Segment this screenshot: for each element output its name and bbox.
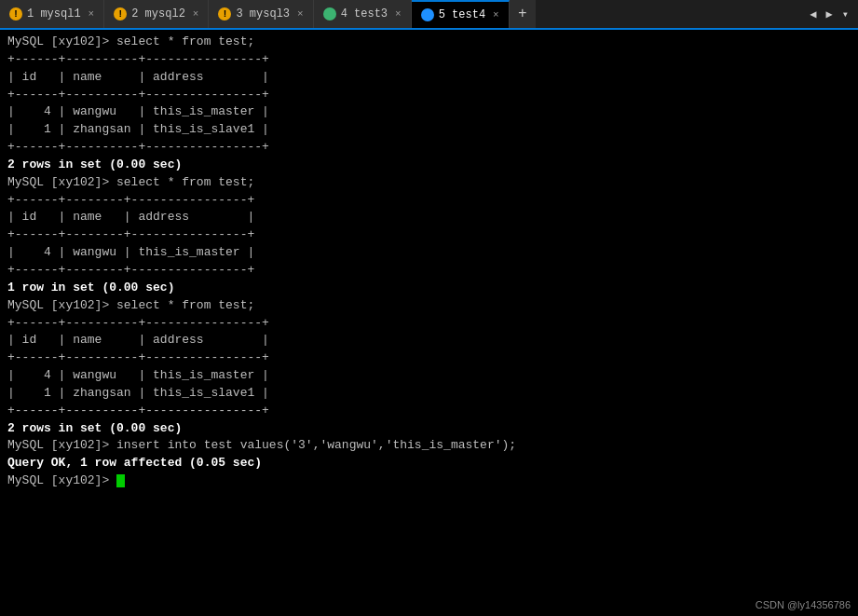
tab-5[interactable]: 5 test4× — [412, 0, 510, 28]
terminal-line-26: MySQL [xy102]> insert into test values('… — [7, 437, 851, 455]
terminal-line-7: 2 rows in set (0.00 sec) — [7, 157, 851, 174]
tab-icon-5 — [421, 8, 434, 21]
terminal-line-17: MySQL [xy102]> select * from test; — [7, 297, 851, 315]
tab-icon-1: ! — [9, 7, 22, 21]
tab-3[interactable]: !3 mysql3× — [209, 0, 313, 28]
terminal-cursor — [116, 474, 125, 487]
tab-nav-dropdown[interactable]: ▾ — [838, 6, 852, 23]
terminal-line-15: 1 row in set (0.00 sec) — [7, 280, 851, 297]
terminal-line-13: | 4 | wangwu | this_is_master | — [7, 244, 851, 262]
terminal-line-9: MySQL [xy102]> select * from test; — [7, 174, 851, 192]
terminal-line-14: +------+--------+----------------+ — [7, 262, 851, 280]
terminal-line-20: +------+----------+----------------+ — [7, 349, 851, 367]
tab-close-4[interactable]: × — [395, 8, 402, 20]
terminal-line-6: +------+----------+----------------+ — [7, 139, 851, 157]
watermark: CSDN @ly14356786 — [756, 599, 851, 610]
terminal-line-21: | 4 | wangwu | this_is_master | — [7, 367, 851, 385]
terminal-line-18: +------+----------+----------------+ — [7, 315, 851, 333]
terminal-line-23: +------+----------+----------------+ — [7, 403, 851, 420]
tab-nav-next[interactable]: ▶ — [823, 6, 837, 23]
tab-close-2[interactable]: × — [193, 8, 199, 20]
tab-label-1: 1 mysql1 — [27, 7, 81, 21]
tab-close-5[interactable]: × — [493, 9, 499, 21]
tab-nav: ◀▶▾ — [806, 6, 858, 23]
terminal-line-2: | id | name | address | — [7, 69, 851, 87]
terminal-line-19: | id | name | address | — [7, 332, 851, 349]
terminal-line-22: | 1 | zhangsan | this_is_slave1 | — [7, 385, 851, 403]
terminal-line-10: +------+--------+----------------+ — [7, 192, 851, 210]
tab-1[interactable]: !1 mysql1× — [0, 0, 104, 28]
terminal-line-24: 2 rows in set (0.00 sec) — [7, 420, 851, 438]
tab-icon-4 — [323, 7, 336, 21]
tab-icon-2: ! — [114, 7, 127, 21]
terminal-line-5: | 1 | zhangsan | this_is_slave1 | — [7, 121, 851, 139]
terminal-line-27: Query OK, 1 row affected (0.05 sec) — [7, 455, 851, 472]
terminal-line-4: | 4 | wangwu | this_is_master | — [7, 103, 851, 121]
tab-label-4: 4 test3 — [341, 7, 388, 21]
terminal-line-3: +------+----------+----------------+ — [7, 87, 851, 104]
terminal-line-12: +------+--------+----------------+ — [7, 226, 851, 244]
tab-close-1[interactable]: × — [89, 8, 95, 20]
terminal-line-0: MySQL [xy102]> select * from test; — [7, 34, 851, 51]
terminal-line-29: MySQL [xy102]> — [7, 472, 851, 490]
tab-4[interactable]: 4 test3× — [314, 0, 412, 28]
tab-close-3[interactable]: × — [297, 8, 304, 20]
tab-label-2: 2 mysql2 — [131, 7, 185, 21]
tab-label-3: 3 mysql3 — [236, 7, 290, 21]
terminal[interactable]: MySQL [xy102]> select * from test;+-----… — [0, 30, 858, 616]
tab-nav-prev[interactable]: ◀ — [806, 6, 820, 23]
new-tab-button[interactable]: + — [510, 0, 536, 28]
tab-icon-3: ! — [218, 7, 231, 21]
terminal-line-11: | id | name | address | — [7, 209, 851, 226]
tab-label-5: 5 test4 — [439, 8, 485, 21]
tab-bar: !1 mysql1×!2 mysql2×!3 mysql3×4 test3×5 … — [0, 0, 858, 30]
terminal-line-1: +------+----------+----------------+ — [7, 51, 851, 69]
tab-2[interactable]: !2 mysql2× — [104, 0, 209, 28]
